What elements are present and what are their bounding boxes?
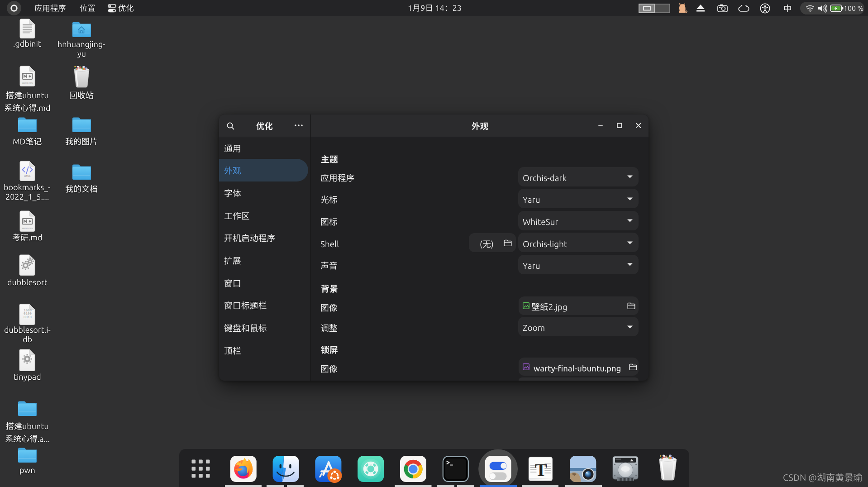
svg-text:MARKDOWN: MARKDOWN [22, 228, 33, 229]
svg-text:0010: 0010 [24, 315, 32, 319]
svg-text:HTML: HTML [24, 175, 31, 177]
svg-text:MARKDOWN: MARKDOWN [22, 82, 33, 84]
